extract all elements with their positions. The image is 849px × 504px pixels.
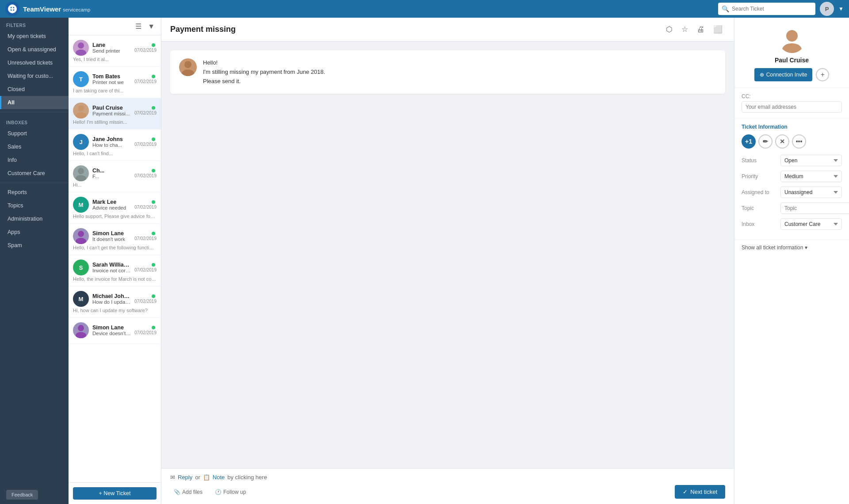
sidebar-item-open-unassigned[interactable]: Open & unassigned: [0, 43, 69, 56]
sidebar-item-sales[interactable]: Sales: [0, 140, 69, 153]
ticket-info-actions: +1 ✏ ✕ •••: [742, 134, 842, 149]
ticket-name: Michael Johnson: [92, 293, 131, 299]
filters-section: FILTERS My open tickets Open & unassigne…: [0, 18, 69, 109]
sidebar-item-spam[interactable]: Spam: [0, 239, 69, 252]
feedback-button[interactable]: Feedback: [6, 490, 38, 500]
ticket-subject: Device doesn't turn on: [92, 331, 131, 336]
ticket-subject: How do I update?: [92, 299, 131, 305]
add-files-button[interactable]: 📎 Add files: [170, 487, 206, 497]
search-input[interactable]: [732, 6, 812, 12]
more-actions-button[interactable]: •••: [792, 134, 806, 149]
sidebar-item-topics[interactable]: Topics: [0, 199, 69, 212]
sidebar-item-administration[interactable]: Administration: [0, 212, 69, 225]
reply-envelope-icon: ✉: [170, 474, 175, 481]
message-avatar: [179, 58, 197, 76]
by-clicking-text: by clicking here: [227, 474, 267, 481]
ticket-item[interactable]: Lane Send printer 07/02/2019 Yes, I trie…: [69, 35, 161, 67]
user-avatar[interactable]: P: [820, 2, 834, 16]
ticket-item[interactable]: J Jane Johns How to cha... 07/02/2019 He…: [69, 130, 161, 161]
topic-input[interactable]: [780, 202, 849, 214]
ticket-preview: Hello, the invoice for March is not corr…: [73, 276, 157, 282]
sidebar-item-waiting[interactable]: Waiting for custo...: [0, 69, 69, 83]
priority-row: Priority Low Medium High Urgent: [742, 171, 842, 182]
agent-actions: ⊕ Connection Invite +: [754, 68, 830, 81]
svg-point-17: [786, 30, 798, 42]
sidebar-item-all[interactable]: All: [0, 96, 69, 109]
ticket-subject: Printer not we: [92, 80, 131, 85]
status-select[interactable]: Open Closed Pending: [780, 155, 842, 166]
ticket-preview: Hello! I'm stilling missin...: [73, 119, 157, 125]
status-dot: [152, 232, 155, 235]
search-box[interactable]: 🔍: [718, 3, 815, 15]
reply-link[interactable]: Reply: [178, 474, 192, 481]
ticket-meta: Simon Lane It doesn't work: [92, 230, 131, 242]
cc-area: CC:: [734, 88, 849, 118]
ticket-meta: Tom Bates Printer not we: [92, 73, 131, 85]
more-button[interactable]: ⬜: [711, 23, 725, 36]
agent-profile: Paul Cruise ⊕ Connection Invite +: [734, 18, 849, 88]
sort-button[interactable]: ▼: [146, 22, 157, 31]
note-link[interactable]: Note: [213, 474, 225, 481]
next-ticket-button[interactable]: ✓ Next ticket: [675, 485, 725, 499]
vote-button[interactable]: +1: [742, 134, 756, 149]
ticket-name: Sarah Williams: [92, 262, 131, 268]
close-ticket-button[interactable]: ✕: [775, 134, 789, 149]
reply-actions: 📎 Add files 🕐 Follow up ✓ Next ticket: [170, 485, 725, 499]
sidebar-item-reports[interactable]: Reports: [0, 186, 69, 199]
assigned-select[interactable]: Unassigned Me Other Agent: [780, 187, 842, 198]
ticket-subject: Send printer: [92, 48, 131, 53]
sidebar-divider-1: [0, 112, 69, 112]
ticket-date: 07/02/2019: [134, 299, 157, 304]
sidebar-item-support[interactable]: Support: [0, 127, 69, 140]
list-view-button[interactable]: ☰: [134, 21, 143, 31]
ticket-title: Payment missing: [170, 25, 236, 34]
ticket-subject: F...: [92, 174, 131, 179]
inbox-select[interactable]: Customer Care Support Sales Info: [780, 218, 842, 230]
star-button[interactable]: ☆: [679, 23, 691, 36]
ticket-subject: Advice needed: [92, 205, 131, 210]
edit-button[interactable]: ✏: [758, 134, 773, 149]
ticket-item[interactable]: T Tom Bates Printer not we 07/02/2019 I …: [69, 67, 161, 98]
ticket-item[interactable]: Simon Lane It doesn't work 07/02/2019 He…: [69, 224, 161, 255]
svg-point-5: [78, 42, 84, 49]
sidebar-item-info[interactable]: Info: [0, 153, 69, 167]
user-dropdown-icon[interactable]: ▼: [838, 6, 844, 12]
search-icon: 🔍: [722, 5, 729, 12]
show-all-info[interactable]: Show all ticket information ▾: [734, 240, 849, 255]
ticket-meta: Sarah Williams Invoice not correct: [92, 262, 131, 273]
main-layout: FILTERS My open tickets Open & unassigne…: [0, 18, 849, 504]
ticket-item[interactable]: S Sarah Williams Invoice not correct 07/…: [69, 255, 161, 286]
filters-label: FILTERS: [0, 18, 69, 30]
sidebar-divider-2: [0, 183, 69, 183]
sidebar-item-my-open[interactable]: My open tickets: [0, 30, 69, 43]
sidebar-item-closed[interactable]: Closed: [0, 83, 69, 96]
ticket-item[interactable]: Ch... F... 07/02/2019 Hi...: [69, 161, 161, 192]
checkmark-icon: ✓: [683, 489, 688, 495]
connection-invite-button[interactable]: ⊕ Connection Invite: [754, 68, 813, 81]
priority-select[interactable]: Low Medium High Urgent: [780, 171, 842, 182]
new-ticket-button[interactable]: + New Ticket: [73, 487, 157, 500]
add-contact-button[interactable]: +: [816, 68, 829, 81]
ticket-preview: Hello, I can't find...: [73, 151, 157, 156]
message-text: Hello! I'm stilling missing my payment f…: [203, 58, 716, 86]
status-dot: [152, 106, 155, 110]
sidebar-item-customer-care[interactable]: Customer Care: [0, 167, 69, 180]
sidebar-item-apps[interactable]: Apps: [0, 225, 69, 239]
cc-input[interactable]: [742, 101, 842, 113]
ticket-item-top: Simon Lane Device doesn't turn on 07/02/…: [73, 322, 157, 338]
sidebar-item-unresolved[interactable]: Unresolved tickets: [0, 56, 69, 69]
ticket-item[interactable]: Simon Lane Device doesn't turn on 07/02/…: [69, 318, 161, 344]
topic-row: Topic: [742, 202, 842, 214]
follow-up-button[interactable]: 🕐 Follow up: [211, 487, 249, 497]
ticket-preview: Yes, I tried it al...: [73, 57, 157, 62]
ticket-list-panel: ☰ ▼ Lane Send printer 07/02/2019: [69, 18, 161, 504]
print-button[interactable]: 🖨: [694, 23, 707, 36]
svg-point-13: [78, 325, 84, 331]
ticket-item-top: J Jane Johns How to cha... 07/02/2019: [73, 134, 157, 150]
ticket-item[interactable]: M Michael Johnson How do I update? 07/02…: [69, 286, 161, 318]
ticket-item[interactable]: M Mark Lee Advice needed 07/02/2019 Hell…: [69, 192, 161, 224]
topic-label: Topic: [742, 205, 777, 211]
ticket-item[interactable]: Paul Cruise Payment missi... 07/02/2019 …: [69, 98, 161, 130]
share-button[interactable]: ⬡: [663, 23, 675, 36]
ticket-name: Jane Johns: [92, 136, 131, 142]
